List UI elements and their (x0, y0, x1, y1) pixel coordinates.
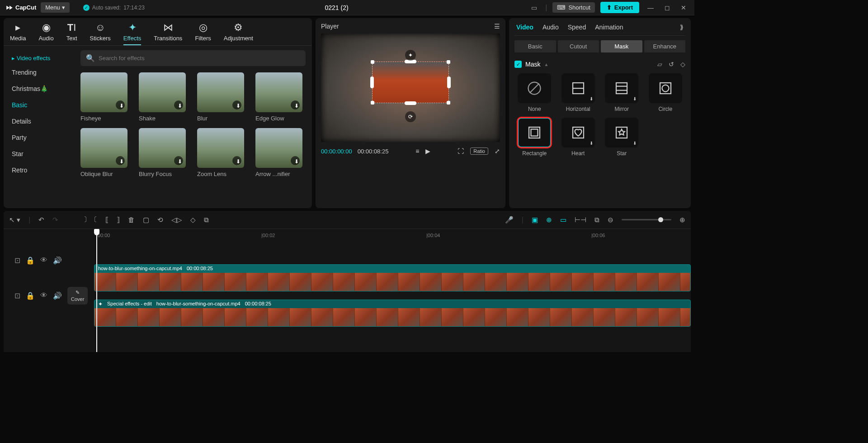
tab-filters[interactable]: ◎Filters (195, 22, 211, 45)
sidebar-item-basic[interactable]: Basic (4, 97, 74, 113)
cover-button[interactable]: ✎ Cover (67, 287, 88, 305)
expand-icon[interactable]: ⊡ (14, 291, 20, 300)
shortcut-button[interactable]: ⌨Shortcut (552, 2, 594, 13)
effect-item[interactable]: ⬇Blurry Focus (139, 128, 189, 177)
preview-tool[interactable]: ⧉ (594, 216, 599, 224)
mute-icon[interactable]: 🔊 (53, 291, 62, 300)
player-menu-icon[interactable]: ☰ (494, 23, 500, 30)
zoom-in-button[interactable]: ⊕ (679, 216, 685, 224)
sidebar-item-party[interactable]: Party (4, 129, 74, 146)
player-viewport[interactable]: ✦ ⟳ (321, 33, 500, 142)
eye-icon[interactable]: 👁 (40, 256, 47, 264)
edit-mask-icon[interactable]: ▱ (657, 61, 662, 68)
effect-item[interactable]: ⬇Zoom Lens (197, 128, 247, 177)
mask-mirror[interactable]: ⬇ Mirror (602, 73, 642, 112)
inspector-more-icon[interactable]: ⟫ (680, 24, 684, 31)
layout-icon[interactable]: ▭ (528, 4, 540, 11)
crop-tool[interactable]: ⧉ (204, 216, 209, 224)
undo-button[interactable]: ↶ (38, 216, 44, 224)
play-button[interactable]: ▶ (425, 148, 430, 155)
delete-tool[interactable]: 🗑 (128, 216, 135, 224)
effect-item[interactable]: ⬇Oblique Blur (80, 128, 131, 177)
tab-stickers[interactable]: ☺Stickers (90, 22, 111, 45)
zoom-out-button[interactable]: ⊖ (608, 216, 613, 224)
mask-rectangle[interactable]: Rectangle (514, 118, 555, 157)
mask-star[interactable]: ⬇ Star (602, 118, 642, 157)
pointer-tool[interactable]: ↖ ▾ (9, 216, 20, 224)
expand-icon[interactable]: ⊡ (14, 256, 20, 265)
search-box[interactable]: 🔍 (80, 50, 306, 66)
mask-selection[interactable] (372, 62, 449, 103)
effect-item[interactable]: ⬇Fisheye (80, 72, 131, 122)
keyframe-icon[interactable]: ◇ (680, 61, 685, 68)
sidebar-item-details[interactable]: Details (4, 113, 74, 129)
trim-left-tool[interactable]: ⟦ (105, 216, 108, 224)
subtab-cutout[interactable]: Cutout (558, 40, 599, 52)
scale-icon[interactable]: ⛶ (458, 148, 464, 155)
mask-horizontal[interactable]: ⬇ Horizontal (558, 73, 599, 112)
sync-handle[interactable]: ⟳ (405, 111, 416, 122)
inspector-tab-video[interactable]: Video (516, 24, 533, 31)
effect-item[interactable]: ⬇Blur (197, 72, 247, 122)
sidebar-header[interactable]: ▸ Video effects (4, 50, 74, 64)
sidebar-item-trending[interactable]: Trending (4, 64, 74, 81)
split-tool[interactable]: 〕〔 (84, 215, 97, 224)
align-tool[interactable]: ⊢⊣ (575, 216, 586, 224)
fullscreen-icon[interactable]: ⤢ (495, 148, 500, 155)
effect-item[interactable]: ⬇Arrow ...nifier (255, 128, 306, 177)
search-input[interactable] (99, 55, 300, 62)
lock-icon[interactable]: 🔒 (26, 256, 35, 265)
minimize-button[interactable]: — (645, 4, 656, 11)
tab-transitions[interactable]: ⋈Transitions (154, 22, 182, 45)
maximize-button[interactable]: ◻ (662, 4, 673, 11)
ratio-button[interactable]: Ratio (470, 148, 488, 155)
mask-checkbox[interactable]: ✓ (514, 61, 522, 68)
subtab-enhance[interactable]: Enhance (644, 40, 686, 52)
tab-media[interactable]: ▸Media (10, 22, 26, 45)
list-icon[interactable]: ≡ (415, 148, 419, 155)
subtab-mask[interactable]: Mask (601, 40, 642, 52)
export-button[interactable]: ⬆Export (600, 2, 639, 13)
mask-none[interactable]: None (514, 73, 555, 112)
tab-effects[interactable]: ✦Effects (123, 22, 142, 45)
sidebar-item-star[interactable]: Star (4, 146, 74, 162)
zoom-slider[interactable] (622, 219, 671, 220)
redo-button[interactable]: ↷ (52, 216, 58, 224)
rotate-tool[interactable]: ◇ (190, 216, 196, 224)
magnet-tool[interactable]: ▣ (532, 216, 538, 224)
inspector-tab-audio[interactable]: Audio (542, 24, 559, 31)
tab-text[interactable]: TIText (66, 22, 77, 45)
link-tool[interactable]: ⊕ (546, 216, 552, 224)
eye-icon[interactable]: 👁 (40, 291, 47, 300)
playhead[interactable] (96, 229, 97, 352)
track-2[interactable]: ✦ Special effects - edit how-to-blur-som… (94, 300, 691, 327)
trim-right-tool[interactable]: ⟧ (117, 216, 120, 224)
sidebar-item-christmas[interactable]: Christmas🎄 (4, 81, 74, 97)
inspector-tab-animation[interactable]: Animation (595, 24, 623, 31)
effect-item[interactable]: ⬇Edge Glow (255, 72, 306, 122)
tab-adjustment[interactable]: ⚙Adjustment (224, 22, 253, 45)
sidebar-item-retro[interactable]: Retro (4, 162, 74, 178)
download-icon: ⬇ (590, 96, 593, 101)
mask-heart[interactable]: ⬇ Heart (558, 118, 599, 157)
inspector-tab-speed[interactable]: Speed (568, 24, 586, 31)
tab-audio[interactable]: ◉Audio (38, 22, 53, 45)
mirror-tool[interactable]: ◁▷ (171, 216, 182, 224)
track-1[interactable]: how-to-blur-something-on-capcut.mp400:00… (94, 264, 691, 291)
menu-button[interactable]: Menu▾ (41, 2, 70, 13)
reverse-tool[interactable]: ⟲ (157, 216, 163, 224)
effect-item[interactable]: ⬇Shake (139, 72, 189, 122)
download-icon: ⬇ (178, 158, 182, 165)
close-button[interactable]: ✕ (678, 4, 689, 11)
time-ruler[interactable]: |00:00 |00:02 |00:04 |00:06 (94, 229, 691, 243)
snap-tool[interactable]: ▭ (560, 216, 566, 224)
rotate-handle[interactable]: ✦ (405, 50, 416, 61)
reset-mask-icon[interactable]: ↺ (669, 61, 674, 68)
mask-circle[interactable]: Circle (646, 73, 686, 112)
keyboard-icon: ⌨ (557, 4, 566, 11)
mute-icon[interactable]: 🔊 (53, 256, 62, 265)
mic-icon[interactable]: 🎤 (505, 216, 514, 224)
subtab-basic[interactable]: Basic (514, 40, 556, 52)
frame-tool[interactable]: ▢ (143, 216, 149, 224)
lock-icon[interactable]: 🔒 (26, 291, 35, 300)
